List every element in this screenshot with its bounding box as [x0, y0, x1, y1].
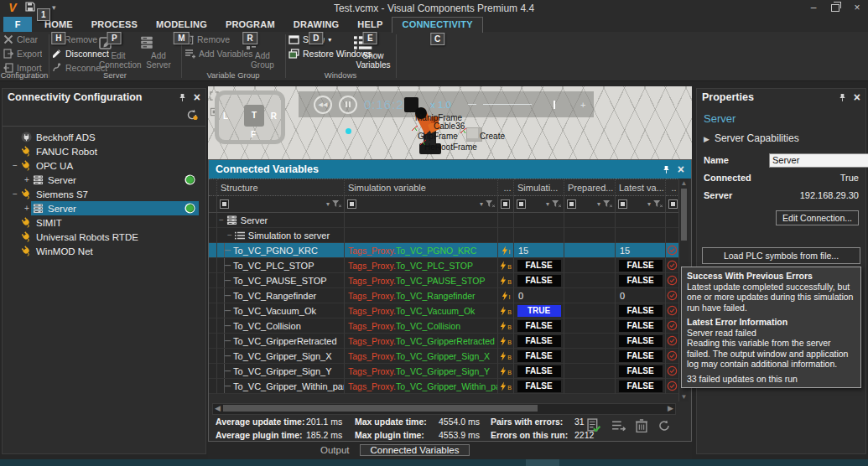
pin-icon[interactable]	[178, 93, 187, 102]
clear-filter-icon[interactable]	[486, 200, 495, 208]
expander-icon[interactable]: −	[11, 189, 19, 199]
ribbon-button-clear[interactable]: Clear	[3, 33, 49, 46]
success-with-errors-icon[interactable]	[667, 260, 678, 271]
filter-checkbox[interactable]	[567, 199, 576, 209]
filter-cell[interactable]	[498, 196, 514, 213]
variable-row-to_vc_gripper_within_part[interactable]: ─To_VC_Gripper_Within_partTags_Proxy.To_…	[209, 379, 691, 394]
variable-row-to_vc_pause_stop[interactable]: ─To_VC_PAUSE_STOPTags_Proxy.To_VC_PAUSE_…	[209, 273, 691, 288]
variable-row-to_vc_gripper_sign_x[interactable]: ─To_VC_Gripper_Sign_XTags_Proxy.To_VC_Gr…	[209, 349, 691, 364]
clear-filter-icon[interactable]	[332, 200, 341, 208]
refresh-connections-icon[interactable]	[185, 108, 199, 122]
pin-icon[interactable]	[662, 165, 671, 174]
tree-item-opc-ua[interactable]: −OPC UA	[3, 158, 205, 173]
load-plc-symbols-button[interactable]: Load PLC symbols from file...	[702, 247, 860, 264]
ribbon-button-add-server[interactable]: AddServer	[139, 34, 178, 70]
name-input[interactable]	[769, 153, 868, 168]
variable-row-to_vc_collision[interactable]: ─To_VC_CollisionTags_Proxy.To_VC_Collisi…	[209, 318, 691, 334]
tab-connectivity[interactable]: CONNECTIVITYC	[392, 17, 482, 33]
tree-item-siemens-s7[interactable]: −Siemens S7	[3, 187, 205, 201]
tab-help[interactable]: HELPE	[348, 17, 392, 32]
delete-pairs-icon[interactable]	[636, 419, 647, 432]
tree-item-server[interactable]: +Server	[3, 173, 205, 187]
viewport-3d[interactable]: T L R F ◀◀ 0:16:29 x 1.0 +	[208, 86, 692, 159]
filter-checkbox[interactable]	[618, 199, 627, 209]
variable-row-to_vc_pgno_krc[interactable]: ─To_VC_PGNO_KRCTags_Proxy.To_VC_PGNO_KRC…	[209, 243, 691, 258]
horizontal-scrollbar[interactable]: ◀ ▶	[212, 403, 676, 415]
minimize-button[interactable]: –	[803, 0, 824, 15]
tree-item-fanuc-robot[interactable]: FANUC Robot	[3, 144, 205, 158]
view-front-face[interactable]: F	[251, 130, 256, 139]
clear-filter-icon[interactable]	[603, 200, 612, 208]
filter-cell[interactable]: ▾	[514, 196, 564, 213]
filter-cell[interactable]: ▾	[564, 196, 616, 213]
tree-item-simit[interactable]: SIMIT	[3, 215, 205, 230]
tab-drawing[interactable]: DRAWINGD	[284, 17, 349, 32]
success-with-errors-icon[interactable]	[667, 320, 678, 331]
filter-checkbox[interactable]	[501, 199, 510, 209]
filter-checkbox[interactable]	[668, 199, 678, 209]
filter-cell[interactable]: ▾	[345, 196, 498, 213]
pause-simulation-button[interactable]	[339, 96, 357, 114]
filter-caret-icon[interactable]: ▾	[546, 200, 549, 208]
success-with-errors-icon[interactable]	[667, 365, 678, 376]
success-with-errors-icon[interactable]	[667, 381, 678, 391]
success-with-errors-icon[interactable]	[667, 350, 678, 361]
success-with-errors-icon[interactable]	[667, 275, 678, 286]
expander-icon[interactable]: +	[23, 175, 31, 184]
expander-icon[interactable]: +	[23, 204, 31, 213]
pin-icon[interactable]	[838, 93, 847, 102]
expander-icon[interactable]: −	[11, 161, 19, 170]
variable-row-to_vc_gripper_sign_y[interactable]: ─To_VC_Gripper_Sign_YTags_Proxy.To_VC_Gr…	[209, 364, 691, 379]
reset-simulation-button[interactable]: ◀◀	[314, 96, 332, 114]
success-with-errors-icon[interactable]	[667, 245, 678, 256]
variable-row-to_vc_vacuum_ok[interactable]: ─To_VC_Vacuum_OkTags_Proxy.To_VC_Vacuum_…	[209, 303, 691, 318]
validate-pairs-icon[interactable]	[587, 418, 601, 432]
expander-icon[interactable]: −	[219, 215, 224, 225]
view-left-face[interactable]: L	[223, 111, 228, 121]
group-row-simulation-to-server[interactable]: −Simulation to server	[209, 228, 691, 243]
close-icon[interactable]: ×	[194, 92, 200, 102]
filter-caret-icon[interactable]: ▾	[480, 200, 483, 208]
column-header-3[interactable]: Simulati...	[514, 179, 564, 196]
variable-row-to_vc_gripperretracted[interactable]: ─To_VC_GripperRetractedTags_Proxy.To_VC_…	[209, 334, 691, 349]
close-button[interactable]: ×	[846, 0, 868, 15]
column-header-5[interactable]: Latest va...	[616, 179, 666, 196]
filter-caret-icon[interactable]: ▾	[647, 200, 651, 208]
tab-process[interactable]: PROCESSP	[82, 17, 147, 32]
clear-filter-icon[interactable]	[552, 200, 561, 208]
tree-item-beckhoff-ads[interactable]: Beckhoff ADS	[3, 130, 205, 144]
close-icon[interactable]: ×	[854, 92, 860, 102]
success-with-errors-icon[interactable]	[667, 290, 678, 301]
filter-cell[interactable]	[666, 196, 679, 213]
speed-slider[interactable]: +	[468, 100, 585, 110]
variable-row-to_vc_plc_stop[interactable]: ─To_VC_PLC_STOPTags_Proxy.To_VC_PLC_STOP…	[209, 258, 691, 273]
filter-checkbox[interactable]	[347, 199, 356, 209]
tree-item-server[interactable]: +Server	[3, 201, 205, 215]
ribbon-button-export[interactable]: Export	[3, 47, 49, 60]
success-with-errors-icon[interactable]	[667, 335, 678, 346]
column-header-4[interactable]: Prepared...	[564, 179, 616, 196]
view-right-face[interactable]: R	[271, 111, 277, 121]
tab-modeling[interactable]: MODELINGM	[147, 17, 216, 32]
variable-row-to_vc_rangefinder[interactable]: ─To_VC_RangefinderTags_Proxy.To_VC_Range…	[209, 288, 691, 303]
column-header-6[interactable]: ..	[666, 179, 679, 196]
clear-filter-icon[interactable]	[653, 200, 663, 208]
tree-item-winmod-net[interactable]: WinMOD Net	[3, 244, 205, 258]
column-header-1[interactable]: Simulation variable	[345, 179, 498, 196]
filter-caret-icon[interactable]: ▾	[597, 200, 600, 208]
filter-checkbox[interactable]	[517, 199, 526, 209]
view-top-face[interactable]: T	[244, 105, 264, 127]
edit-connection-button[interactable]: Edit Connection...	[776, 210, 859, 225]
select-variables-icon[interactable]	[611, 420, 626, 432]
filter-checkbox[interactable]	[220, 199, 229, 209]
filter-cell[interactable]: ▾	[217, 196, 345, 213]
server-capabilities-section[interactable]: ▶Server Capabilities	[697, 127, 865, 150]
expander-icon[interactable]: −	[227, 230, 232, 240]
tab-program[interactable]: PROGRAMR	[216, 17, 284, 32]
filter-caret-icon[interactable]: ▾	[326, 200, 330, 208]
bottom-tab-output[interactable]: Output	[310, 445, 360, 455]
restore-button[interactable]	[824, 0, 846, 15]
close-icon[interactable]: ×	[678, 164, 684, 174]
column-header-2[interactable]: ...	[498, 179, 514, 196]
success-with-errors-icon[interactable]	[667, 305, 678, 316]
